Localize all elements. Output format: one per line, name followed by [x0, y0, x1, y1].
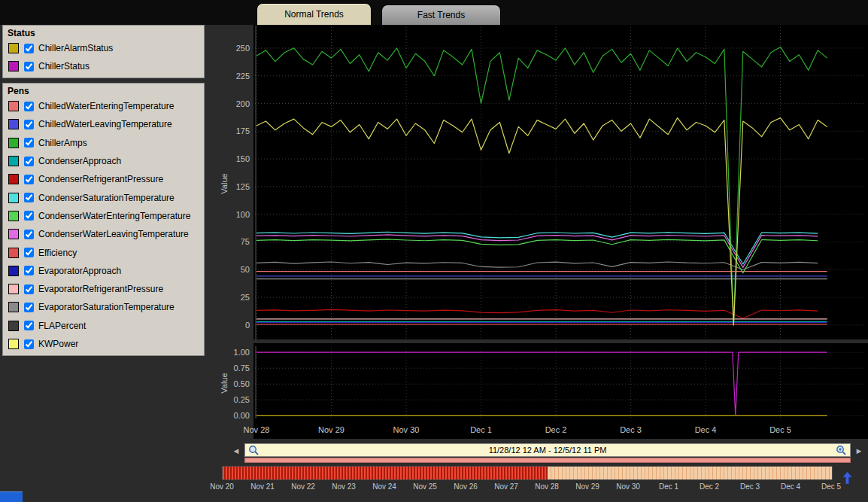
y-tick-label: 0.75 — [234, 364, 250, 373]
x-tick-label: Dec 5 — [769, 425, 791, 434]
y-tick-label: 0.50 — [234, 379, 250, 388]
y-tick-label: 75 — [241, 237, 250, 246]
timeline-date-label: Nov 24 — [372, 482, 396, 491]
x-tick-label: Dec 3 — [620, 425, 642, 434]
selected-range-strip[interactable] — [244, 458, 851, 463]
y-tick-label: 150 — [236, 154, 250, 163]
x-tick-label: Nov 28 — [244, 425, 270, 434]
timeline-date-label: Nov 28 — [535, 482, 559, 491]
timeline-date-label: Dec 3 — [740, 482, 760, 491]
timeline-date-label: Nov 30 — [616, 482, 640, 491]
y-tick-label: 0 — [245, 321, 250, 330]
y-tick-label: 100 — [236, 210, 250, 219]
timeline-date-label: Nov 25 — [413, 482, 437, 491]
x-tick-label: Dec 1 — [470, 425, 492, 434]
time-range-scrollbar[interactable]: 11/28/12 12 AM - 12/5/12 11 PM — [244, 443, 851, 457]
x-tick-label: Dec 2 — [545, 425, 567, 434]
timeline-date-label: Dec 4 — [781, 482, 800, 491]
timeline-history-segment[interactable] — [223, 467, 548, 479]
timeline-date-label: Nov 21 — [250, 482, 275, 491]
timeline-selected-segment[interactable] — [548, 467, 832, 479]
zoom-in-icon[interactable] — [836, 445, 847, 456]
time-range-label: 11/28/12 12 AM - 12/5/12 11 PM — [489, 446, 607, 455]
y-tick-label: 250 — [236, 44, 250, 53]
timeline-date-label: Nov 29 — [575, 482, 599, 491]
trend-charts: 0255075100125150175200225250Value0.000.2… — [0, 0, 868, 502]
timeline-date-label: Nov 20 — [210, 482, 234, 491]
x-tick-label: Nov 30 — [393, 425, 420, 434]
y-axis-title: Value — [220, 373, 229, 393]
timeline-date-label: Nov 22 — [291, 482, 315, 491]
timeline-date-label: Dec 1 — [659, 482, 678, 491]
y-tick-label: 25 — [241, 293, 250, 302]
y-tick-label: 125 — [236, 182, 250, 191]
scroll-left-button[interactable]: ◄ — [230, 444, 242, 457]
timeline-date-label: Nov 27 — [494, 482, 518, 491]
chart-plot-background — [253, 25, 868, 339]
y-tick-label: 0.25 — [234, 395, 250, 404]
scroll-right-button[interactable]: ► — [853, 444, 865, 457]
y-tick-label: 225 — [236, 71, 250, 81]
timeline-overview-bar[interactable] — [222, 466, 833, 480]
y-tick-label: 1.00 — [234, 348, 250, 357]
corner-blue-fragment[interactable] — [0, 491, 23, 502]
timeline-date-label: Dec 5 — [821, 482, 841, 491]
y-tick-label: 200 — [236, 99, 250, 108]
timeline-date-label: Nov 26 — [454, 482, 478, 491]
x-tick-label: Dec 4 — [695, 425, 717, 434]
y-tick-label: 0.00 — [234, 411, 250, 420]
chart-plot-background — [253, 343, 868, 439]
current-time-marker-icon[interactable] — [842, 472, 852, 487]
y-tick-label: 175 — [236, 126, 250, 135]
y-axis-title: Value — [220, 173, 229, 193]
timeline-date-label: Nov 23 — [332, 482, 356, 491]
y-tick-label: 50 — [241, 265, 250, 274]
timeline-date-label: Dec 2 — [700, 482, 719, 491]
x-tick-label: Nov 29 — [318, 425, 344, 434]
zoom-out-icon[interactable] — [248, 445, 259, 456]
